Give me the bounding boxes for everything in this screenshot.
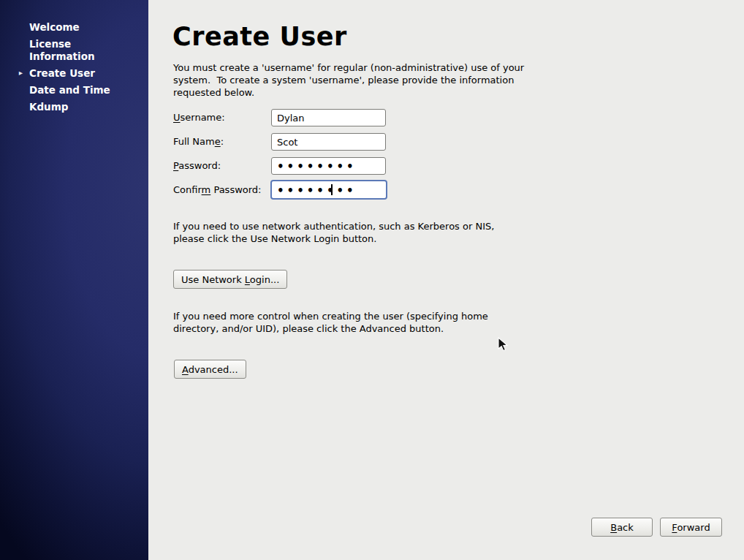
- username-label-rest: sername:: [181, 112, 225, 123]
- confirm-password-label-mnemonic: m: [202, 184, 211, 195]
- confirm-password-label-pre: Confir: [173, 184, 202, 195]
- advanced-label-mnemonic: A: [182, 364, 189, 375]
- use-network-login-label-pre: Use Network: [181, 274, 245, 285]
- wizard-sidebar: Welcome License Information ‣ Create Use…: [0, 0, 148, 560]
- text-cursor: [331, 184, 333, 195]
- username-label: Username:: [173, 109, 225, 126]
- username-label-mnemonic: U: [173, 112, 181, 123]
- use-network-login-button[interactable]: Use Network Login...: [173, 270, 287, 289]
- full-name-input[interactable]: [271, 133, 386, 151]
- sidebar-item-label: Welcome: [29, 21, 80, 34]
- full-name-label-mnemonic: e: [215, 136, 221, 147]
- forward-button[interactable]: Forward: [660, 518, 722, 537]
- back-button[interactable]: Back: [591, 518, 653, 537]
- full-name-label-rest: :: [221, 136, 224, 147]
- confirm-password-label-rest: Password:: [210, 184, 261, 195]
- back-label-rest: ack: [617, 522, 634, 533]
- sidebar-item-label: Date and Time: [29, 84, 110, 97]
- firstboot-window: Welcome License Information ‣ Create Use…: [0, 0, 744, 560]
- full-name-label-pre: Full Nam: [173, 136, 215, 147]
- use-network-login-label-mnemonic: L: [245, 274, 250, 285]
- sidebar-item-license-information: License Information: [0, 38, 143, 63]
- sidebar-item-label: Kdump: [29, 101, 68, 113]
- sidebar-item-welcome: Welcome: [0, 21, 143, 34]
- wizard-steps-list: Welcome License Information ‣ Create Use…: [0, 21, 148, 118]
- back-label-mnemonic: B: [610, 522, 617, 533]
- username-input[interactable]: [271, 109, 386, 126]
- sidebar-item-label: Create User: [29, 67, 95, 80]
- sidebar-item-create-user: ‣ Create User: [0, 67, 143, 80]
- confirm-password-input[interactable]: [270, 180, 387, 200]
- intro-text: You must create a 'username' for regular…: [173, 61, 553, 99]
- confirm-password-label: Confirm Password:: [173, 181, 261, 199]
- advanced-button[interactable]: Advanced...: [174, 360, 246, 379]
- mouse-pointer-icon: [498, 337, 509, 352]
- use-network-login-label-rest: ogin...: [250, 274, 279, 285]
- active-step-arrow-icon: ‣: [18, 67, 23, 80]
- network-auth-note: If you need to use network authenticatio…: [173, 220, 553, 245]
- page-title: Create User: [172, 22, 347, 51]
- password-label: Password:: [173, 157, 221, 175]
- sidebar-item-date-and-time: Date and Time: [0, 84, 143, 97]
- password-label-rest: assword:: [178, 160, 221, 171]
- password-input[interactable]: [271, 157, 386, 175]
- sidebar-item-kdump: Kdump: [0, 101, 143, 113]
- advanced-note: If you need more control when creating t…: [173, 310, 553, 335]
- advanced-label-rest: dvanced...: [189, 364, 238, 375]
- sidebar-item-label: License Information: [29, 38, 121, 63]
- forward-label-rest: orward: [677, 522, 710, 533]
- full-name-label: Full Name:: [173, 133, 224, 151]
